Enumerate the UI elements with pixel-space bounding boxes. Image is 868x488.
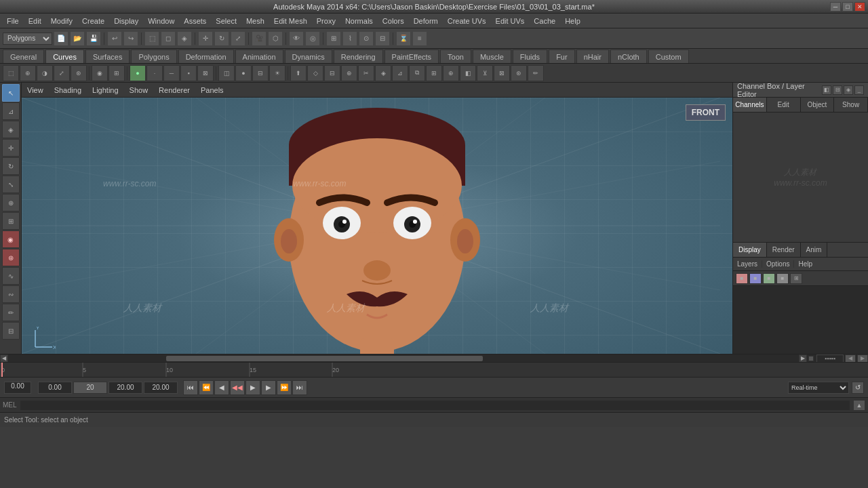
skip-start-button[interactable]: ⏮ bbox=[183, 380, 198, 395]
redo-button[interactable]: ↪ bbox=[123, 31, 138, 46]
wireframe-icon[interactable]: ◫ bbox=[218, 65, 235, 81]
ch-tab-object[interactable]: Object bbox=[801, 98, 835, 112]
sculpt-tool-left[interactable]: ⊛ bbox=[2, 249, 20, 266]
layer-icon-2[interactable]: ■ bbox=[749, 273, 762, 284]
snap-curve-button[interactable]: ⌇ bbox=[342, 31, 357, 46]
extrude-icon[interactable]: ⬆ bbox=[290, 65, 307, 81]
menu-cache[interactable]: Cache bbox=[530, 16, 559, 26]
tab-animation[interactable]: Animation bbox=[235, 49, 283, 63]
tab-nhair[interactable]: nHair bbox=[576, 49, 609, 63]
next-frame-button[interactable]: ▶ bbox=[261, 380, 276, 395]
menu-file[interactable]: File bbox=[3, 16, 23, 26]
append-icon[interactable]: ⊕ bbox=[443, 65, 459, 81]
smooth-shade-icon[interactable]: ● bbox=[235, 65, 252, 81]
tab-surfaces[interactable]: Surfaces bbox=[85, 49, 130, 63]
tab-painteffects[interactable]: PaintEffects bbox=[384, 49, 439, 63]
scroll-right-btn[interactable]: ▶ bbox=[799, 354, 807, 363]
menu-colors[interactable]: Colors bbox=[378, 16, 408, 26]
wedge-icon[interactable]: ⊿ bbox=[392, 65, 408, 81]
menu-help[interactable]: Help bbox=[561, 16, 585, 26]
menu-window[interactable]: Window bbox=[144, 16, 178, 26]
menu-edit-mesh[interactable]: Edit Mesh bbox=[270, 16, 311, 26]
tool-scale-icon[interactable]: ⤢ bbox=[54, 65, 70, 81]
tab-curves[interactable]: Curves bbox=[45, 49, 84, 63]
reduce-icon[interactable]: ⊻ bbox=[477, 65, 493, 81]
layers-subtab-layers[interactable]: Layers bbox=[733, 260, 762, 268]
cb-icon-min[interactable]: _ bbox=[854, 85, 864, 95]
ly-tab-render[interactable]: Render bbox=[767, 243, 801, 257]
poke-icon[interactable]: ◈ bbox=[375, 65, 391, 81]
menu-deform[interactable]: Deform bbox=[410, 16, 442, 26]
tab-general[interactable]: General bbox=[3, 49, 44, 63]
tab-dynamics[interactable]: Dynamics bbox=[285, 49, 332, 63]
curve-cv-left[interactable]: ∿ bbox=[2, 267, 20, 285]
show-hide-button[interactable]: 👁 bbox=[289, 31, 304, 46]
show-manip-left[interactable]: ⊞ bbox=[2, 212, 20, 230]
tab-fluids[interactable]: Fluids bbox=[513, 49, 547, 63]
rotate-tool-left[interactable]: ↻ bbox=[2, 157, 20, 175]
lasso-select-button[interactable]: ◻ bbox=[161, 31, 176, 46]
reverse-play-button[interactable]: ◀◀ bbox=[230, 380, 245, 395]
vp-menu-view[interactable]: View bbox=[24, 85, 46, 96]
curve-ep-left[interactable]: ∾ bbox=[2, 285, 20, 303]
scroll-btn-right2[interactable]: ▶ bbox=[857, 354, 868, 363]
current-time-field[interactable]: 0.00 bbox=[4, 382, 31, 394]
vp-menu-lighting[interactable]: Lighting bbox=[90, 85, 121, 96]
tool-select-icon[interactable]: ⬚ bbox=[3, 65, 19, 81]
viewport-canvas[interactable]: FRONT bbox=[22, 98, 732, 354]
tool-rotate-icon[interactable]: ◑ bbox=[37, 65, 53, 81]
menu-display[interactable]: Display bbox=[110, 16, 142, 26]
soft-mod-left[interactable]: ◉ bbox=[2, 230, 20, 248]
menu-create[interactable]: Create bbox=[78, 16, 108, 26]
vp-menu-renderer[interactable]: Renderer bbox=[156, 85, 193, 96]
scroll-left-btn[interactable]: ◀ bbox=[0, 354, 8, 363]
scroll-btn-left2[interactable]: ◀ bbox=[845, 354, 856, 363]
loop-button[interactable]: ↺ bbox=[852, 382, 864, 394]
measure-left[interactable]: ⊟ bbox=[2, 322, 20, 340]
layer-icon-4[interactable]: ■ bbox=[776, 273, 789, 284]
maximize-button[interactable]: □ bbox=[842, 2, 853, 12]
playback-select[interactable]: Real-time Play every frame bbox=[788, 382, 849, 394]
tab-muscle[interactable]: Muscle bbox=[473, 49, 511, 63]
mode-select[interactable]: Polygons Surfaces Dynamics Animation Ren… bbox=[3, 33, 52, 45]
sculpt-icon[interactable]: ⊛ bbox=[511, 65, 527, 81]
anim-end-field[interactable]: 20.00 bbox=[108, 382, 142, 394]
undo-button[interactable]: ↩ bbox=[107, 31, 122, 46]
fill-icon[interactable]: ◧ bbox=[460, 65, 476, 81]
tab-custom[interactable]: Custom bbox=[648, 49, 689, 63]
channels-button[interactable]: ≡ bbox=[412, 31, 427, 46]
next-key-button[interactable]: ⏩ bbox=[277, 380, 292, 395]
timeline-playhead[interactable] bbox=[1, 363, 3, 377]
tab-fur[interactable]: Fur bbox=[549, 49, 575, 63]
menu-proxy[interactable]: Proxy bbox=[313, 16, 340, 26]
tab-deformation[interactable]: Deformation bbox=[178, 49, 234, 63]
rotate-tool-button[interactable]: ↻ bbox=[214, 31, 229, 46]
menu-edit-uvs[interactable]: Edit UVs bbox=[492, 16, 529, 26]
menu-assets[interactable]: Assets bbox=[180, 16, 210, 26]
move-tool-button[interactable]: ✛ bbox=[198, 31, 213, 46]
tool-move-icon[interactable]: ⊕ bbox=[20, 65, 36, 81]
play-button[interactable]: ▶ bbox=[245, 380, 260, 395]
select-tool-button[interactable]: ⬚ bbox=[144, 31, 159, 46]
lasso-tool-left[interactable]: ⊿ bbox=[2, 102, 20, 120]
universal-tool-left[interactable]: ⊕ bbox=[2, 194, 20, 211]
close-button[interactable]: ✕ bbox=[854, 2, 865, 12]
layer-add-icon[interactable]: ■ bbox=[736, 273, 748, 284]
merge-icon[interactable]: ⊕ bbox=[341, 65, 357, 81]
face-mode-icon[interactable]: ▪ bbox=[180, 65, 197, 81]
new-scene-button[interactable]: 📄 bbox=[54, 31, 68, 46]
cb-icon-1[interactable]: ◧ bbox=[822, 85, 831, 95]
prev-key-button[interactable]: ⏪ bbox=[199, 380, 214, 395]
render-button[interactable]: 🎥 bbox=[252, 31, 267, 46]
tab-toon[interactable]: Toon bbox=[440, 49, 471, 63]
cleanup-icon[interactable]: ⊠ bbox=[494, 65, 510, 81]
bridge-icon[interactable]: ⊟ bbox=[324, 65, 340, 81]
tab-polygons[interactable]: Polygons bbox=[131, 49, 176, 63]
scale-tool-left[interactable]: ⤡ bbox=[2, 176, 20, 193]
open-scene-button[interactable]: 📂 bbox=[70, 31, 85, 46]
minimize-button[interactable]: ─ bbox=[830, 2, 841, 12]
layers-subtab-options[interactable]: Options bbox=[762, 260, 794, 268]
tool-universal-icon[interactable]: ⊛ bbox=[71, 65, 87, 81]
ly-tab-anim[interactable]: Anim bbox=[801, 243, 828, 257]
playback-speed-field[interactable]: 20 bbox=[73, 382, 107, 394]
